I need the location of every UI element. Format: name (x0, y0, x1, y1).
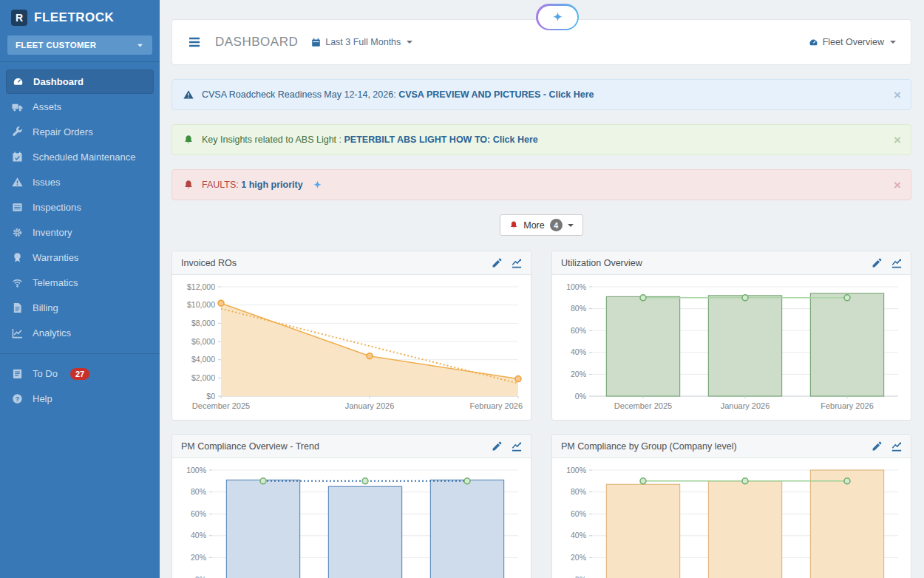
svg-text:0%: 0% (195, 575, 206, 578)
svg-text:60%: 60% (571, 326, 586, 335)
pm-compliance-by-group-company-level-card: PM Compliance by Group (Company level)0%… (551, 434, 911, 578)
sidebar-item-analytics[interactable]: Analytics (6, 321, 154, 345)
pm-compliance-overview-trend-card: PM Compliance Overview - Trend0%20%40%60… (171, 434, 531, 578)
bell-icon (183, 135, 194, 145)
invoiced-ros-card: Invoiced ROs$0$2,000$4,000$6,000$8,000$1… (171, 251, 531, 421)
sidebar-item-label: Inspections (33, 202, 81, 213)
high-priority-faults-link[interactable]: 1 high priority (241, 180, 302, 190)
svg-text:80%: 80% (571, 304, 586, 313)
award-icon (12, 252, 23, 263)
wrench-icon (12, 126, 23, 137)
sidebar-item-inspections[interactable]: Inspections (6, 195, 154, 220)
pencil-icon[interactable] (872, 258, 882, 268)
card-header: PM Compliance by Group (Company level) (552, 435, 911, 458)
sidebar-item-assets[interactable]: Assets (6, 95, 154, 119)
svg-text:$6,000: $6,000 (191, 337, 215, 346)
sidebar-item-billing[interactable]: Billing (6, 296, 154, 320)
utilization-overview-card: Utilization Overview0%20%40%60%80%100%De… (551, 251, 911, 421)
charts-row-2: PM Compliance Overview - Trend0%20%40%60… (171, 434, 911, 578)
card-body: 0%20%40%60%80%100%December 2025January 2… (552, 275, 911, 420)
sidebar-item-label: Inventory (33, 227, 72, 238)
pm-compliance-by-group-company-level-chart: 0%20%40%60%80%100%Company 1Company 2Comp… (560, 463, 904, 578)
app-logo: R FLEETROCK (0, 0, 160, 34)
ai-assistant-button[interactable] (536, 4, 579, 30)
alert-text: FAULTS: 1 high priority (202, 180, 303, 190)
cogs-icon (12, 227, 23, 238)
card-actions (492, 441, 522, 452)
caret-down-icon (407, 41, 412, 44)
wifi-icon (12, 277, 23, 288)
calendar-check-icon (12, 152, 23, 163)
svg-text:0%: 0% (575, 575, 586, 578)
svg-text:40%: 40% (571, 347, 586, 356)
sidebar-item-telematics[interactable]: Telematics (6, 271, 154, 295)
sidebar-item-label: Dashboard (33, 76, 84, 87)
svg-text:February 2026: February 2026 (469, 401, 523, 410)
sidebar-item-scheduled-maintenance[interactable]: Scheduled Maintenance (6, 145, 154, 169)
pencil-icon[interactable] (492, 258, 502, 268)
expand-chart-icon[interactable] (891, 441, 902, 452)
svg-text:20%: 20% (571, 370, 586, 378)
card-body: 0%20%40%60%80%100%Company 1Company 2Comp… (552, 458, 911, 578)
invoice-icon (12, 302, 23, 313)
cvsa-preview-link[interactable]: CVSA PREVIEW AND PICTURES - Click Here (398, 89, 594, 100)
svg-text:$4,000: $4,000 (191, 355, 215, 364)
sidebar-divider (0, 61, 160, 62)
svg-text:February 2026: February 2026 (821, 401, 874, 410)
caret-down-icon (136, 41, 144, 50)
svg-text:100%: 100% (566, 282, 586, 291)
sidebar-item-dashboard[interactable]: Dashboard (6, 69, 154, 94)
expand-chart-icon[interactable] (512, 441, 522, 452)
more-alerts-button[interactable]: More 4 (500, 214, 582, 236)
fleet-customer-label: FLEET CUSTOMER (16, 41, 96, 50)
utilization-overview-chart: 0%20%40%60%80%100%December 2025January 2… (560, 279, 904, 414)
date-range-filter[interactable]: Last 3 Full Months (311, 37, 412, 47)
close-icon[interactable]: × (894, 89, 901, 101)
sidebar-footer-menu: To Do27?Help (0, 361, 160, 412)
svg-text:100%: 100% (566, 466, 586, 475)
svg-text:December 2025: December 2025 (614, 401, 672, 410)
card-body: 0%20%40%60%80%100%December 2025January 2… (172, 458, 531, 578)
expand-chart-icon[interactable] (891, 258, 902, 268)
sidebar-item-repair-orders[interactable]: Repair Orders (6, 120, 154, 144)
alert-text: CVSA Roadcheck Readiness May 12-14, 2026… (202, 89, 594, 100)
more-label: More (523, 220, 544, 231)
sidebar-item-label: Assets (33, 101, 61, 112)
pencil-icon[interactable] (492, 441, 502, 452)
fleet-customer-selector[interactable]: FLEET CUSTOMER (7, 35, 152, 55)
close-icon[interactable]: × (894, 134, 901, 146)
sidebar-divider (0, 353, 160, 354)
card-actions (872, 258, 902, 268)
sidebar-item-help[interactable]: ?Help (6, 387, 154, 411)
svg-text:January 2026: January 2026 (345, 401, 395, 410)
svg-text:$0: $0 (206, 392, 215, 401)
sidebar-item-inventory[interactable]: Inventory (6, 220, 154, 245)
svg-text:80%: 80% (191, 487, 206, 496)
chart-line-icon (12, 327, 23, 339)
logo-icon: R (11, 10, 27, 26)
pencil-icon[interactable] (872, 441, 882, 452)
svg-text:100%: 100% (186, 466, 206, 475)
sparkle-icon[interactable] (313, 180, 322, 190)
bell-icon (509, 220, 518, 230)
sidebar: R FLEETROCK FLEET CUSTOMER DashboardAsse… (0, 0, 160, 578)
sidebar-item-to-do[interactable]: To Do27 (6, 361, 154, 386)
sidebar-item-label: Telematics (33, 277, 78, 288)
caret-down-icon (890, 41, 896, 44)
close-icon[interactable]: × (894, 179, 901, 191)
svg-text:40%: 40% (571, 531, 586, 540)
hamburger-icon[interactable] (187, 36, 202, 48)
svg-text:?: ? (16, 395, 19, 403)
sidebar-item-label: Repair Orders (33, 126, 93, 137)
sidebar-item-warranties[interactable]: Warranties (6, 245, 154, 270)
abs-light-link[interactable]: PETERBILT ABS LIGHT HOW TO: Click Here (344, 135, 538, 145)
invoiced-ros-chart: $0$2,000$4,000$6,000$8,000$10,000$12,000… (180, 279, 524, 414)
card-body: $0$2,000$4,000$6,000$8,000$10,000$12,000… (172, 275, 531, 420)
page-title: DASHBOARD (215, 35, 298, 50)
expand-chart-icon[interactable] (512, 258, 522, 268)
card-header: Invoiced ROs (172, 251, 531, 275)
date-range-label: Last 3 Full Months (325, 37, 401, 47)
fleet-overview-filter[interactable]: Fleet Overview (809, 37, 896, 47)
sidebar-item-issues[interactable]: Issues (6, 170, 154, 194)
card-actions (872, 441, 902, 452)
